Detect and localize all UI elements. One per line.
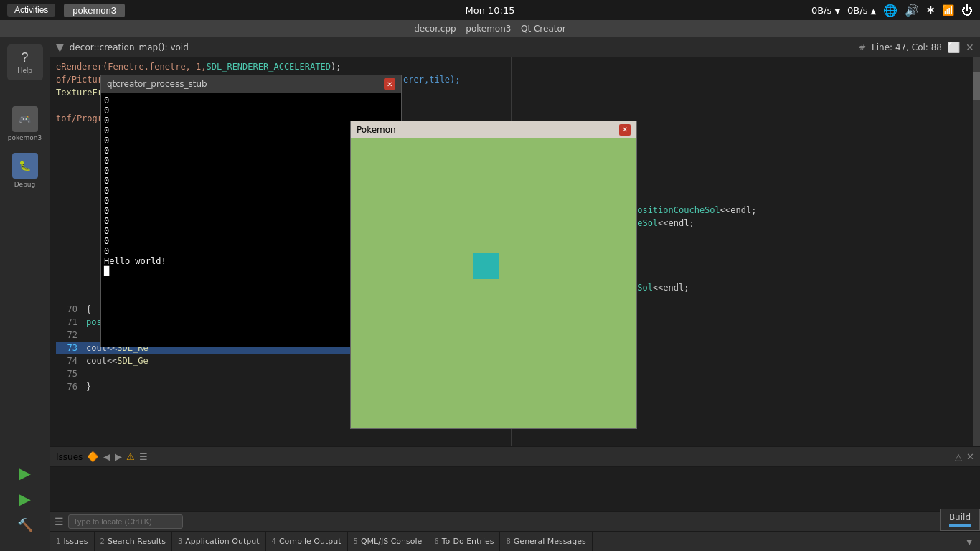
volume-icon[interactable]: 🔊 [905, 4, 919, 17]
tab-search-results[interactable]: 2 Search Results [95, 532, 172, 551]
issues-list-button[interactable]: ☰ [139, 451, 148, 462]
bottom-tabs: 1 Issues 2 Search Results 3 Application … [50, 531, 980, 551]
help-icon: ? [21, 50, 28, 65]
terminal-title: qtcreator_process_stub [107, 79, 207, 89]
topbar-right: 0B/s ▼ 0B/s ▲ 🌐 🔊 ✱ 📶 ⏻ [811, 4, 973, 17]
net-down-icon: ▼ [834, 7, 840, 15]
wifi-icon[interactable]: 📶 [942, 4, 954, 16]
pokemon-window: Pokemon ✕ [350, 121, 637, 429]
issues-content [50, 467, 980, 511]
issues-expand-button[interactable]: △ [955, 451, 962, 462]
pokemon-close-button[interactable]: ✕ [619, 124, 631, 136]
editor-header: ▼ decor::creation_map(): void # Line: 47… [50, 37, 980, 57]
tab-compile-output[interactable]: 4 Compile Output [266, 532, 348, 551]
terminal-titlebar: qtcreator_process_stub ✕ [101, 75, 401, 93]
tabs-spacer [593, 532, 959, 551]
build-bar: Build [940, 509, 980, 531]
topbar: Activities pokemon3 Mon 10:15 0B/s ▼ 0B/… [0, 0, 980, 20]
tab-qmljs-console[interactable]: 5 QML/JS Console [348, 532, 429, 551]
left-sidebar: ? Help 🎮 pokemon3 🐛 Debug [0, 37, 50, 551]
tab-todo-entries[interactable]: 6 To-Do Entries [428, 532, 500, 551]
build-label: Build [949, 512, 971, 522]
line-col-indicator: Line: 47, Col: 88 [872, 42, 942, 52]
issues-filter-button[interactable]: 🔶 [87, 451, 99, 462]
breadcrumb-arrow: ▼ [56, 42, 64, 53]
expand-button[interactable]: ⬜ [948, 42, 960, 53]
issues-warning-button[interactable]: ⚠ [126, 451, 135, 462]
tab-general-messages[interactable]: 8 General Messages [500, 532, 592, 551]
pokemon-tab-button[interactable]: pokemon3 [64, 4, 125, 17]
topbar-clock: Mon 10:15 [465, 5, 514, 16]
vertical-scrollbar[interactable] [973, 57, 980, 446]
search-bar-icon-button[interactable]: ☰ [55, 516, 64, 527]
build-progress-bar [949, 524, 971, 527]
tabs-arrow-button[interactable]: ▼ [958, 532, 980, 551]
net-down-label: 0B/s ▼ [811, 5, 840, 16]
build-button[interactable]: 🔨 [14, 514, 37, 537]
pokemon-content [351, 138, 636, 428]
search-input[interactable] [68, 514, 183, 529]
debug-item[interactable]: 🐛 Debug [7, 153, 43, 188]
hash-icon: # [859, 42, 866, 52]
pokemon-titlebar: Pokemon ✕ [351, 121, 636, 138]
issues-panel: Issues 🔶 ◀ ▶ ⚠ ☰ △ ✕ [50, 446, 980, 511]
activities-button[interactable]: Activities [7, 4, 55, 17]
scrollbar-thumb [973, 72, 980, 100]
issues-close-button[interactable]: ✕ [966, 451, 974, 462]
debug-icon: 🐛 [12, 153, 38, 179]
pokemon-title: Pokemon [357, 125, 396, 135]
issues-title: Issues [56, 452, 83, 462]
close-editor-button[interactable]: ✕ [966, 42, 974, 53]
topbar-left: Activities pokemon3 [7, 4, 125, 17]
run-debug-button[interactable]: ▶ [14, 488, 37, 511]
tab-application-output[interactable]: 3 Application Output [172, 532, 266, 551]
qt-titlebar: decor.cpp – pokemon3 – Qt Creator [0, 20, 980, 37]
function-breadcrumb: decor::creation_map(): void [70, 42, 189, 52]
issues-next-button[interactable]: ▶ [115, 451, 122, 462]
net-up-label: 0B/s ▲ [847, 5, 876, 16]
terminal-line: 0 [104, 105, 398, 116]
code-line: eRenderer(Fenetre.fenetre,-1,SDL_RENDERE… [56, 60, 505, 73]
project-icon: 🎮 [12, 106, 38, 132]
tab-issues[interactable]: 1 Issues [50, 532, 95, 551]
terminal-line: 0 [104, 95, 398, 105]
pokemon-player-sprite [473, 253, 499, 279]
issues-header: Issues 🔶 ◀ ▶ ⚠ ☰ △ ✕ [50, 447, 980, 467]
power-icon[interactable]: ⏻ [961, 4, 973, 17]
help-button[interactable]: ? Help [7, 44, 43, 80]
qt-title: decor.cpp – pokemon3 – Qt Creator [414, 24, 566, 34]
issues-prev-button[interactable]: ◀ [103, 451, 110, 462]
net-up-icon: ▲ [871, 7, 877, 15]
globe-icon[interactable]: 🌐 [883, 4, 897, 17]
search-bar: ☰ [50, 511, 980, 531]
bluetooth-icon[interactable]: ✱ [926, 4, 935, 16]
project-item: 🎮 pokemon3 [7, 106, 43, 141]
run-button[interactable]: ▶ [14, 462, 37, 485]
terminal-close-button[interactable]: ✕ [384, 78, 395, 90]
